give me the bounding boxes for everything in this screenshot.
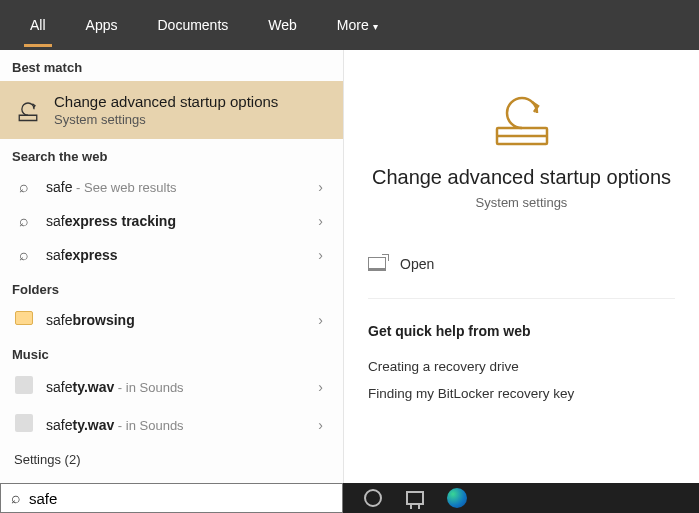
music-result-safety-1[interactable]: safety.wav - in Sounds › — [0, 368, 343, 406]
help-header: Get quick help from web — [368, 323, 675, 339]
cortana-icon — [364, 489, 382, 507]
startup-options-icon — [14, 96, 42, 124]
chevron-right-icon: › — [318, 213, 329, 229]
help-link-bitlocker[interactable]: Finding my BitLocker recovery key — [368, 380, 675, 407]
edge-icon — [447, 488, 467, 508]
task-view-icon — [406, 491, 424, 505]
best-match-title: Change advanced startup options — [54, 93, 278, 110]
audio-file-icon — [14, 414, 34, 436]
preview-pane: Change advanced startup options System s… — [343, 50, 699, 483]
chevron-right-icon: › — [318, 417, 329, 433]
search-icon: ⌕ — [11, 489, 21, 507]
tab-documents[interactable]: Documents — [139, 3, 246, 47]
help-link-recovery-drive[interactable]: Creating a recovery drive — [368, 353, 675, 380]
section-settings: Settings (2) — [0, 444, 343, 475]
tab-more[interactable]: More▾ — [319, 3, 396, 47]
tab-all[interactable]: All — [12, 3, 64, 47]
web-result-safe[interactable]: ⌕ safe - See web results › — [0, 170, 343, 204]
audio-file-icon — [14, 376, 34, 398]
search-input[interactable] — [29, 490, 332, 507]
open-icon — [368, 257, 386, 271]
section-best-match: Best match — [0, 50, 343, 81]
section-music: Music — [0, 337, 343, 368]
chevron-right-icon: › — [318, 312, 329, 328]
best-match-subtitle: System settings — [54, 112, 278, 127]
section-search-web: Search the web — [0, 139, 343, 170]
web-result-safexpress[interactable]: ⌕ safexpress › — [0, 238, 343, 272]
search-tabs: All Apps Documents Web More▾ — [0, 0, 699, 50]
taskbar: ⌕ — [0, 483, 699, 513]
search-box[interactable]: ⌕ — [0, 483, 343, 513]
preview-subtitle: System settings — [368, 195, 675, 210]
open-action[interactable]: Open — [368, 250, 675, 278]
search-icon: ⌕ — [14, 178, 34, 196]
folder-icon — [14, 311, 34, 329]
chevron-right-icon: › — [318, 247, 329, 263]
task-view-button[interactable] — [405, 488, 425, 508]
chevron-down-icon: ▾ — [373, 21, 378, 32]
cortana-button[interactable] — [363, 488, 383, 508]
best-match-result[interactable]: Change advanced startup options System s… — [0, 81, 343, 139]
tab-apps[interactable]: Apps — [68, 3, 136, 47]
section-folders: Folders — [0, 272, 343, 303]
edge-button[interactable] — [447, 488, 467, 508]
web-result-safexpress-tracking[interactable]: ⌕ safexpress tracking › — [0, 204, 343, 238]
tab-web[interactable]: Web — [250, 3, 315, 47]
search-icon: ⌕ — [14, 246, 34, 264]
folder-result-safebrowsing[interactable]: safebrowsing › — [0, 303, 343, 337]
music-result-safety-2[interactable]: safety.wav - in Sounds › — [0, 406, 343, 444]
results-pane: Best match Change advanced startup optio… — [0, 50, 343, 483]
chevron-right-icon: › — [318, 379, 329, 395]
preview-title: Change advanced startup options — [368, 166, 675, 189]
startup-options-icon — [487, 88, 557, 148]
search-icon: ⌕ — [14, 212, 34, 230]
chevron-right-icon: › — [318, 179, 329, 195]
